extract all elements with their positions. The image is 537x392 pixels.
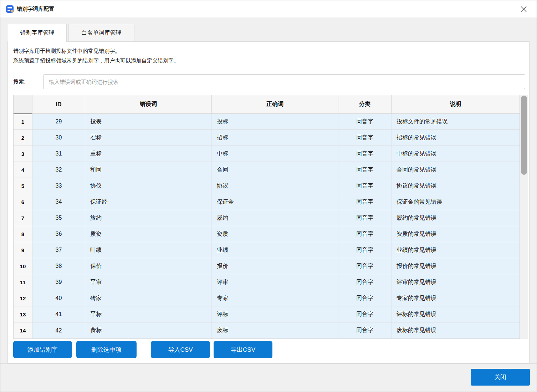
row-number-cell: 3 bbox=[14, 146, 32, 162]
search-input[interactable] bbox=[43, 74, 525, 89]
category-cell: 同音字 bbox=[338, 178, 392, 194]
note-cell: 协议的常见错误 bbox=[392, 178, 520, 194]
row-number-cell: 13 bbox=[14, 306, 32, 322]
note-cell: 合同的常见错误 bbox=[392, 162, 520, 178]
note-cell: 报价的常见错误 bbox=[392, 258, 520, 274]
category-cell: 同音字 bbox=[338, 306, 392, 322]
correct-word-cell: 协议 bbox=[212, 178, 338, 194]
note-cell: 业绩的常见错误 bbox=[392, 242, 520, 258]
description-text: 错别字库用于检测投标文件中的常见错别字。 系统预置了招投标领域常见的错别字，用户… bbox=[13, 46, 179, 65]
category-cell: 同音字 bbox=[338, 258, 392, 274]
category-cell: 同音字 bbox=[338, 130, 392, 146]
correct-word-cell: 评审 bbox=[212, 274, 338, 290]
id-cell: 36 bbox=[32, 226, 85, 242]
correct-word-cell: 专家 bbox=[212, 290, 338, 306]
row-number-cell: 12 bbox=[14, 290, 32, 306]
import-csv-button[interactable]: 导入CSV bbox=[151, 341, 210, 358]
row-number-cell: 1 bbox=[14, 114, 32, 129]
wrong-word-cell: 协仪 bbox=[85, 178, 212, 194]
tab-whitelist-library[interactable]: 白名单词库管理 bbox=[68, 24, 134, 42]
wrong-word-cell: 费标 bbox=[85, 322, 212, 338]
note-cell: 评标的常见错误 bbox=[392, 306, 520, 322]
correct-word-cell: 保证金 bbox=[212, 194, 338, 210]
table-body: 1 29 投表 投标 同音字 投标文件的常见错误 2 30 召标 招标 同音字 … bbox=[14, 114, 520, 338]
header-wrong-word[interactable]: 错误词 bbox=[85, 95, 212, 113]
category-cell: 同音字 bbox=[338, 322, 392, 338]
close-dialog-button[interactable]: 关闭 bbox=[471, 369, 530, 386]
id-cell: 33 bbox=[32, 178, 85, 194]
table-row[interactable]: 10 38 保价 报价 同音字 报价的常见错误 bbox=[14, 258, 520, 274]
header-category[interactable]: 分类 bbox=[338, 95, 392, 113]
id-cell: 32 bbox=[32, 162, 85, 178]
table-header-row: ID 错误词 正确词 分类 说明 bbox=[14, 95, 520, 114]
wrong-word-cell: 重标 bbox=[85, 146, 212, 162]
category-cell: 同音字 bbox=[338, 274, 392, 290]
id-cell: 37 bbox=[32, 242, 85, 258]
table-row[interactable]: 9 37 叶绩 业绩 同音字 业绩的常见错误 bbox=[14, 242, 520, 258]
row-number-cell: 4 bbox=[14, 162, 32, 178]
wrong-word-cell: 平审 bbox=[85, 274, 212, 290]
row-number-cell: 6 bbox=[14, 194, 32, 210]
category-cell: 同音字 bbox=[338, 194, 392, 210]
row-number-cell: 14 bbox=[14, 322, 32, 338]
id-cell: 42 bbox=[32, 322, 85, 338]
category-cell: 同音字 bbox=[338, 114, 392, 129]
row-number-cell: 5 bbox=[14, 178, 32, 194]
table-row[interactable]: 5 33 协仪 协议 同音字 协议的常见错误 bbox=[14, 178, 520, 194]
correct-word-cell: 中标 bbox=[212, 146, 338, 162]
app-document-icon bbox=[6, 5, 14, 13]
table-row[interactable]: 7 35 旅约 履约 同音字 履约的常见错误 bbox=[14, 210, 520, 226]
header-id[interactable]: ID bbox=[32, 95, 85, 113]
table-row[interactable]: 14 42 费标 废标 同音字 废标的常见错误 bbox=[14, 322, 520, 338]
note-cell: 中标的常见错误 bbox=[392, 146, 520, 162]
correct-word-cell: 废标 bbox=[212, 322, 338, 338]
id-cell: 35 bbox=[32, 210, 85, 226]
table-scrollbar-thumb[interactable] bbox=[521, 96, 527, 175]
row-number-cell: 7 bbox=[14, 210, 32, 226]
correct-word-cell: 报价 bbox=[212, 258, 338, 274]
category-cell: 同音字 bbox=[338, 226, 392, 242]
category-cell: 同音字 bbox=[338, 146, 392, 162]
typo-dictionary-dialog: 错别字词库配置 错别字库管理 白名单词库管理 错别字库用于检测投标文件中的常见错… bbox=[0, 0, 537, 392]
id-cell: 39 bbox=[32, 274, 85, 290]
wrong-word-cell: 叶绩 bbox=[85, 242, 212, 258]
table-row[interactable]: 1 29 投表 投标 同音字 投标文件的常见错误 bbox=[14, 114, 520, 130]
wrong-word-cell: 平标 bbox=[85, 306, 212, 322]
correct-word-cell: 合同 bbox=[212, 162, 338, 178]
add-typo-button[interactable]: 添加错别字 bbox=[13, 341, 72, 358]
note-cell: 废标的常见错误 bbox=[392, 322, 520, 338]
header-note[interactable]: 说明 bbox=[392, 95, 520, 113]
correct-word-cell: 投标 bbox=[212, 114, 338, 129]
description-line-2: 系统预置了招投标领域常见的错别字，用户也可以添加自定义错别字。 bbox=[13, 56, 179, 65]
id-cell: 41 bbox=[32, 306, 85, 322]
search-label: 搜索: bbox=[13, 74, 25, 89]
table-row[interactable]: 8 36 质资 资质 同音字 资质的常见错误 bbox=[14, 226, 520, 242]
id-cell: 30 bbox=[32, 130, 85, 146]
table-row[interactable]: 12 40 砖家 专家 同音字 专家的常见错误 bbox=[14, 290, 520, 306]
id-cell: 34 bbox=[32, 194, 85, 210]
id-cell: 29 bbox=[32, 114, 85, 129]
window-title: 错别字词库配置 bbox=[17, 6, 54, 12]
row-number-cell: 9 bbox=[14, 242, 32, 258]
table-scrollbar-track[interactable] bbox=[520, 95, 528, 339]
row-number-cell: 10 bbox=[14, 258, 32, 274]
table-row[interactable]: 11 39 平审 评审 同音字 评审的常见错误 bbox=[14, 274, 520, 290]
typo-table: ID 错误词 正确词 分类 说明 1 29 投表 投标 同音字 投标文件的常见错… bbox=[13, 95, 520, 339]
table-row[interactable]: 2 30 召标 招标 同音字 招标的常见错误 bbox=[14, 130, 520, 146]
note-cell: 专家的常见错误 bbox=[392, 290, 520, 306]
table-row[interactable]: 4 32 和同 合同 同音字 合同的常见错误 bbox=[14, 162, 520, 178]
id-cell: 40 bbox=[32, 290, 85, 306]
export-csv-button[interactable]: 导出CSV bbox=[214, 341, 272, 358]
header-corner-cell[interactable] bbox=[14, 95, 32, 114]
category-cell: 同音字 bbox=[338, 162, 392, 178]
tab-bar: 错别字库管理 白名单词库管理 bbox=[8, 24, 134, 42]
table-row[interactable]: 3 31 重标 中标 同音字 中标的常见错误 bbox=[14, 146, 520, 162]
tab-typo-library[interactable]: 错别字库管理 bbox=[8, 24, 67, 42]
row-number-cell: 8 bbox=[14, 226, 32, 242]
window-close-icon[interactable] bbox=[518, 4, 529, 14]
header-correct-word[interactable]: 正确词 bbox=[212, 95, 338, 113]
delete-selected-button[interactable]: 删除选中项 bbox=[76, 341, 137, 358]
main-panel: 错别字库用于检测投标文件中的常见错别字。 系统预置了招投标领域常见的错别字，用户… bbox=[7, 41, 530, 363]
table-row[interactable]: 6 34 保证经 保证金 同音字 保证金的常见错误 bbox=[14, 194, 520, 210]
table-row[interactable]: 13 41 平标 评标 同音字 评标的常见错误 bbox=[14, 306, 520, 322]
